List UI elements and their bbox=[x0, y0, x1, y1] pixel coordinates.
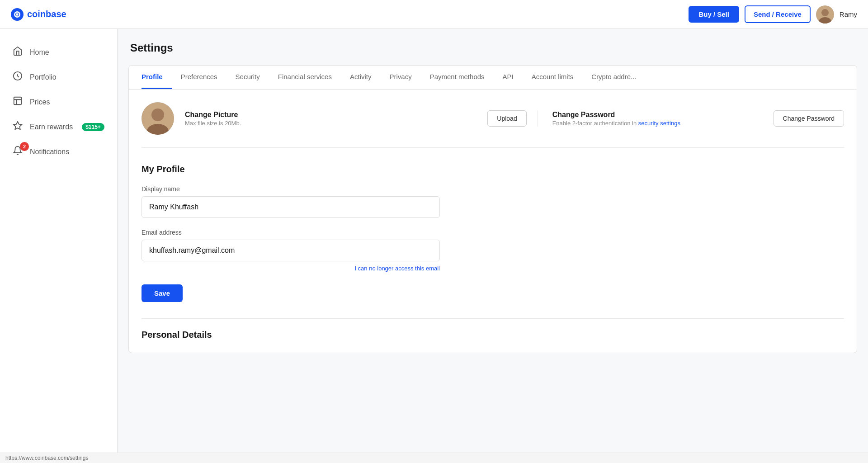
sidebar-prices-label: Prices bbox=[30, 98, 50, 106]
home-icon bbox=[13, 46, 23, 58]
display-name-group: Display name bbox=[142, 185, 844, 218]
tab-activity[interactable]: Activity bbox=[341, 66, 381, 89]
change-picture-sub: Max file size is 20Mb. bbox=[185, 120, 476, 127]
earn-icon bbox=[13, 121, 23, 133]
page-title-area: Settings bbox=[118, 29, 868, 54]
change-password-sub: Enable 2-factor authentication in securi… bbox=[552, 120, 763, 127]
change-picture-row: Change Picture Max file size is 20Mb. Up… bbox=[142, 102, 844, 148]
sidebar-notifications-label: Notifications bbox=[30, 148, 69, 156]
status-url: https://www.coinbase.com/settings bbox=[5, 455, 88, 461]
logo[interactable]: coinbase bbox=[11, 8, 66, 21]
user-name-label[interactable]: Ramy bbox=[840, 10, 857, 18]
my-profile-title: My Profile bbox=[142, 164, 844, 175]
display-name-label: Display name bbox=[142, 185, 844, 193]
main-layout: Home Portfolio Prices Earn rewards $115+… bbox=[0, 29, 868, 463]
profile-avatar-image bbox=[142, 102, 174, 135]
tab-preferences[interactable]: Preferences bbox=[172, 66, 226, 89]
change-picture-title: Change Picture bbox=[185, 111, 476, 119]
top-header: coinbase Buy / Sell Send / Receive Ramy bbox=[0, 0, 868, 29]
sidebar-home-label: Home bbox=[30, 48, 49, 57]
tab-security[interactable]: Security bbox=[226, 66, 269, 89]
status-bar: https://www.coinbase.com/settings bbox=[0, 453, 868, 463]
change-password-button[interactable]: Change Password bbox=[774, 110, 844, 127]
portfolio-icon bbox=[13, 71, 23, 83]
sidebar-portfolio-label: Portfolio bbox=[30, 73, 57, 81]
tab-crypto[interactable]: Crypto addre... bbox=[582, 66, 645, 89]
user-avatar[interactable] bbox=[816, 5, 834, 24]
svg-point-3 bbox=[821, 9, 829, 16]
tab-privacy[interactable]: Privacy bbox=[380, 66, 420, 89]
sidebar-item-home[interactable]: Home bbox=[0, 40, 117, 65]
change-password-title: Change Password bbox=[552, 111, 763, 119]
display-name-input[interactable] bbox=[142, 196, 440, 218]
email-label: Email address bbox=[142, 229, 844, 236]
email-group: Email address I can no longer access thi… bbox=[142, 229, 844, 272]
send-receive-button[interactable]: Send / Receive bbox=[745, 5, 811, 23]
page-title: Settings bbox=[130, 42, 855, 54]
avatar-image bbox=[816, 5, 834, 24]
upload-button[interactable]: Upload bbox=[487, 110, 526, 127]
main-content: Settings Profile Preferences Security Fi… bbox=[118, 29, 868, 463]
avatar-preview bbox=[142, 102, 174, 135]
prices-icon bbox=[13, 96, 23, 108]
tab-limits[interactable]: Account limits bbox=[523, 66, 583, 89]
change-password-sub-text: Enable 2-factor authentication in bbox=[552, 120, 638, 127]
settings-container: Profile Preferences Security Financial s… bbox=[128, 65, 857, 353]
change-password-section: Change Password Enable 2-factor authenti… bbox=[538, 110, 844, 127]
email-access-link[interactable]: I can no longer access this email bbox=[142, 265, 440, 272]
save-button[interactable]: Save bbox=[142, 284, 183, 302]
header-actions: Buy / Sell Send / Receive Ramy bbox=[689, 5, 857, 24]
svg-point-8 bbox=[151, 109, 164, 121]
notifications-icon: 2 bbox=[13, 146, 23, 158]
change-picture-info: Change Picture Max file size is 20Mb. bbox=[185, 111, 476, 127]
buy-sell-button[interactable]: Buy / Sell bbox=[689, 6, 739, 23]
logo-text: coinbase bbox=[27, 9, 66, 19]
tab-financial[interactable]: Financial services bbox=[269, 66, 341, 89]
earn-badge: $115+ bbox=[82, 123, 104, 131]
email-input[interactable] bbox=[142, 240, 440, 261]
tab-profile[interactable]: Profile bbox=[142, 66, 172, 89]
tab-payment[interactable]: Payment methods bbox=[421, 66, 494, 89]
sidebar-item-prices[interactable]: Prices bbox=[0, 90, 117, 114]
settings-tabs: Profile Preferences Security Financial s… bbox=[129, 66, 857, 90]
sidebar-earn-label: Earn rewards bbox=[30, 123, 73, 131]
notification-badge: 2 bbox=[20, 142, 29, 151]
sidebar: Home Portfolio Prices Earn rewards $115+… bbox=[0, 29, 118, 463]
coinbase-logo-icon bbox=[11, 8, 24, 21]
security-settings-link[interactable]: security settings bbox=[638, 120, 680, 127]
change-password-info: Change Password Enable 2-factor authenti… bbox=[552, 111, 763, 127]
svg-rect-1 bbox=[16, 13, 19, 15]
sidebar-item-portfolio[interactable]: Portfolio bbox=[0, 65, 117, 90]
sidebar-item-earn[interactable]: Earn rewards $115+ bbox=[0, 114, 117, 139]
svg-rect-6 bbox=[14, 97, 22, 105]
profile-content: Change Picture Max file size is 20Mb. Up… bbox=[129, 90, 857, 353]
sidebar-item-notifications[interactable]: 2 Notifications bbox=[0, 139, 117, 164]
tab-api[interactable]: API bbox=[494, 66, 523, 89]
personal-details-title: Personal Details bbox=[142, 318, 844, 340]
